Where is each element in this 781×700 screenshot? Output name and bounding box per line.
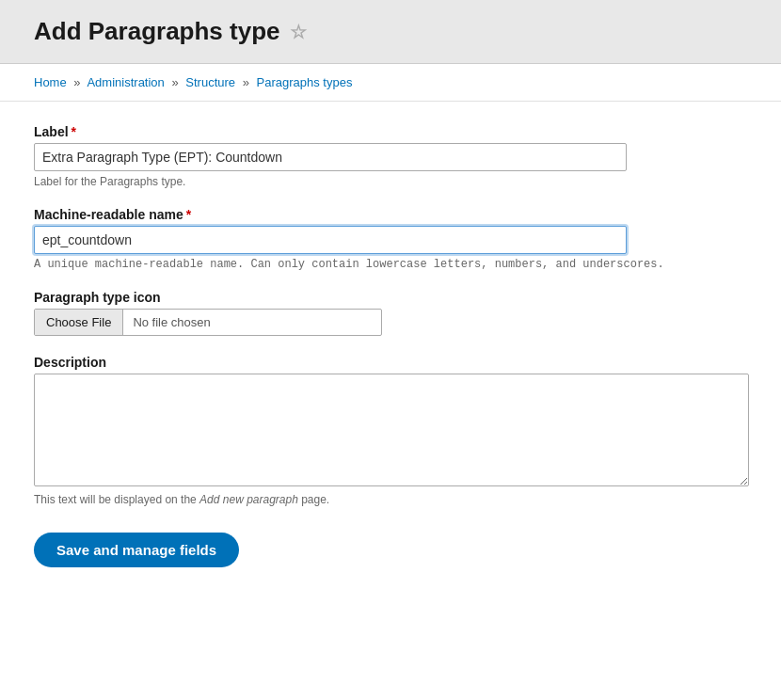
machine-name-required-star: * <box>186 207 191 222</box>
save-manage-fields-button[interactable]: Save and manage fields <box>34 533 239 567</box>
description-label-text: Description <box>34 355 106 370</box>
icon-form-group: Paragraph type icon Choose File No file … <box>34 290 747 336</box>
breadcrumb-paragraphs-types[interactable]: Paragraphs types <box>257 75 353 89</box>
description-help-italic: Add new paragraph <box>199 493 298 506</box>
machine-name-label-text: Machine-readable name <box>34 207 183 222</box>
machine-name-field-label: Machine-readable name* <box>34 207 747 222</box>
description-help-text: This text will be displayed on the Add n… <box>34 493 747 506</box>
breadcrumb: Home » Administration » Structure » Para… <box>0 64 781 102</box>
choose-file-button[interactable]: Choose File <box>35 310 123 335</box>
machine-name-help-text: A unique machine-readable name. Can only… <box>34 258 747 271</box>
main-content: Label* Label for the Paragraphs type. Ma… <box>0 102 781 590</box>
label-form-group: Label* Label for the Paragraphs type. <box>34 124 747 188</box>
file-input-wrapper: Choose File No file chosen <box>34 309 382 336</box>
breadcrumb-structure[interactable]: Structure <box>185 75 235 89</box>
page-title: Add Paragraphs type ☆ <box>34 17 747 46</box>
icon-field-label: Paragraph type icon <box>34 290 747 305</box>
label-field-label-text: Label <box>34 124 69 139</box>
machine-name-form-group: Machine-readable name* A unique machine-… <box>34 207 747 271</box>
breadcrumb-separator-1: » <box>73 75 80 89</box>
description-help-suffix: page. <box>298 493 329 506</box>
file-name-display: No file chosen <box>123 310 219 335</box>
label-input[interactable] <box>34 143 627 171</box>
description-form-group: Description This text will be displayed … <box>34 355 747 506</box>
page-header: Add Paragraphs type ☆ <box>0 0 781 64</box>
breadcrumb-separator-3: » <box>243 75 249 89</box>
page-title-text: Add Paragraphs type <box>34 17 280 46</box>
star-icon[interactable]: ☆ <box>290 21 307 43</box>
label-field-label: Label* <box>34 124 747 139</box>
breadcrumb-home[interactable]: Home <box>34 75 67 89</box>
label-required-star: * <box>72 124 76 139</box>
icon-label-text: Paragraph type icon <box>34 290 161 305</box>
breadcrumb-separator-2: » <box>171 75 178 89</box>
description-help-prefix: This text will be displayed on the <box>34 493 199 506</box>
description-field-label: Description <box>34 355 747 370</box>
description-textarea[interactable] <box>34 374 749 486</box>
breadcrumb-administration[interactable]: Administration <box>87 75 164 89</box>
machine-name-input[interactable] <box>34 226 627 254</box>
label-help-text: Label for the Paragraphs type. <box>34 175 747 188</box>
